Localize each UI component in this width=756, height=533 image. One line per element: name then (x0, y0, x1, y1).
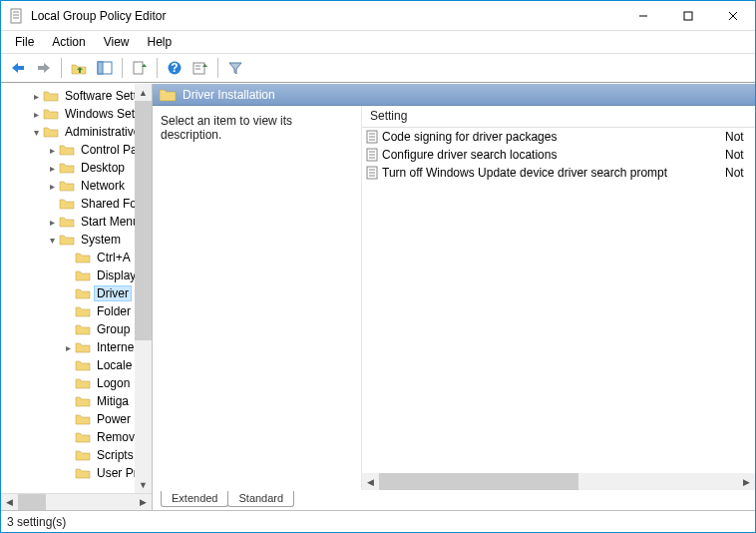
setting-name: Turn off Windows Update device driver se… (382, 166, 725, 180)
tree-item[interactable]: ▸Desktop (1, 159, 152, 177)
tree-item[interactable]: Driver (1, 284, 152, 302)
scroll-right-icon[interactable]: ▶ (738, 473, 755, 490)
tree-item[interactable]: ▸Network (1, 177, 152, 195)
column-setting[interactable]: Setting (362, 106, 725, 127)
tree-item[interactable]: ▾System (1, 231, 152, 249)
toolbar-separator (61, 58, 62, 78)
scrollbar-thumb[interactable] (379, 473, 578, 490)
tree-item-label: Windows Sett (62, 106, 141, 122)
setting-name: Configure driver search locations (382, 148, 725, 162)
forward-button[interactable] (33, 57, 55, 79)
folder-icon (75, 394, 91, 408)
close-button[interactable] (710, 1, 755, 31)
policy-icon (365, 130, 379, 144)
expand-icon[interactable]: ▸ (45, 181, 59, 192)
tree-item[interactable]: Locale (1, 356, 152, 374)
tab-standard[interactable]: Standard (227, 491, 294, 507)
setting-row[interactable]: Turn off Windows Update device driver se… (362, 164, 755, 182)
collapse-icon[interactable]: ▾ (45, 235, 59, 246)
scrollbar-thumb[interactable] (135, 101, 152, 340)
expand-icon[interactable]: ▸ (29, 109, 43, 120)
folder-icon (75, 430, 91, 444)
tree-item-label: User Pr (94, 465, 141, 481)
maximize-button[interactable] (665, 1, 710, 31)
policy-settings-button[interactable] (189, 57, 211, 79)
tree-item[interactable]: Group (1, 320, 152, 338)
folder-icon (43, 107, 59, 121)
tree-item-label: Control Pa (78, 142, 141, 158)
toolbar: ? (1, 53, 755, 83)
tree-item[interactable]: ▾Administrative (1, 123, 152, 141)
expand-icon[interactable]: ▸ (61, 342, 75, 353)
show-hide-tree-button[interactable] (94, 57, 116, 79)
export-list-button[interactable] (129, 57, 151, 79)
tree-item[interactable]: ▸Interne (1, 338, 152, 356)
toolbar-separator (217, 58, 218, 78)
expand-icon[interactable]: ▸ (45, 145, 59, 156)
folder-icon (75, 466, 91, 480)
tree-item[interactable]: Display (1, 266, 152, 284)
window-frame: Local Group Policy Editor File Action Vi… (0, 0, 756, 533)
folder-icon (75, 340, 91, 354)
tree-item[interactable]: Logon (1, 374, 152, 392)
setting-row[interactable]: Code signing for driver packagesNot (362, 128, 755, 146)
app-icon (9, 8, 25, 24)
list-header[interactable]: Setting (362, 106, 755, 128)
menu-view[interactable]: View (96, 33, 138, 51)
tree-item[interactable]: ▸Start Menu (1, 213, 152, 231)
scroll-up-icon[interactable]: ▲ (135, 84, 152, 101)
tree-item[interactable]: Power (1, 410, 152, 428)
up-button[interactable] (68, 57, 90, 79)
detail-pane: Driver Installation Select an item to vi… (153, 84, 755, 510)
tree-item[interactable]: User Pr (1, 464, 152, 482)
folder-icon (159, 87, 177, 103)
tree-vertical-scrollbar[interactable]: ▲ ▼ (135, 84, 152, 493)
setting-row[interactable]: Configure driver search locationsNot (362, 146, 755, 164)
folder-icon (75, 412, 91, 426)
toolbar-separator (157, 58, 158, 78)
scrollbar-thumb[interactable] (18, 494, 46, 511)
tree-item[interactable]: Folder (1, 302, 152, 320)
help-button[interactable]: ? (164, 57, 186, 79)
tree-item[interactable]: ▸Control Pa (1, 141, 152, 159)
expand-icon[interactable]: ▸ (45, 217, 59, 228)
folder-icon (75, 322, 91, 336)
menu-help[interactable]: Help (140, 33, 181, 51)
tree-item-label: Software Setti (62, 88, 143, 104)
tree-item[interactable]: Remov (1, 428, 152, 446)
collapse-icon[interactable]: ▾ (29, 127, 43, 138)
list-horizontal-scrollbar[interactable]: ◀ ▶ (362, 473, 755, 490)
tree-item-label: Display (94, 267, 139, 283)
settings-list[interactable]: Setting Code signing for driver packages… (362, 106, 755, 490)
expand-icon[interactable]: ▸ (29, 91, 43, 102)
tree-item[interactable]: Mitiga (1, 392, 152, 410)
scroll-left-icon[interactable]: ◀ (1, 494, 18, 511)
tree-item[interactable]: Ctrl+A (1, 249, 152, 266)
scroll-right-icon[interactable]: ▶ (135, 494, 152, 511)
navigation-tree[interactable]: ▸Software Setti▸Windows Sett▾Administrat… (1, 84, 152, 493)
tree-item-label: Scripts (94, 447, 137, 463)
svg-rect-10 (134, 62, 143, 74)
scroll-left-icon[interactable]: ◀ (362, 473, 379, 490)
window-title: Local Group Policy Editor (31, 9, 620, 23)
svg-rect-5 (684, 12, 692, 20)
tree-item[interactable]: ▸Software Setti (1, 87, 152, 105)
menu-file[interactable]: File (7, 33, 42, 51)
folder-icon (59, 179, 75, 193)
tree-item[interactable]: Scripts (1, 446, 152, 464)
minimize-button[interactable] (620, 1, 665, 31)
tree-item[interactable]: ▸Windows Sett (1, 105, 152, 123)
content-area: ▸Software Setti▸Windows Sett▾Administrat… (1, 83, 755, 510)
tab-extended[interactable]: Extended (161, 491, 228, 507)
scroll-down-icon[interactable]: ▼ (135, 476, 152, 493)
column-state[interactable] (725, 106, 755, 127)
filter-button[interactable] (224, 57, 246, 79)
back-button[interactable] (7, 57, 29, 79)
folder-icon (75, 251, 91, 265)
menu-action[interactable]: Action (44, 33, 93, 51)
expand-icon[interactable]: ▸ (45, 163, 59, 174)
tree-item-label: System (78, 232, 124, 248)
tree-item[interactable]: Shared Fol (1, 195, 152, 213)
tree-item-label: Remov (94, 429, 138, 445)
tree-horizontal-scrollbar[interactable]: ◀ ▶ (1, 493, 152, 510)
